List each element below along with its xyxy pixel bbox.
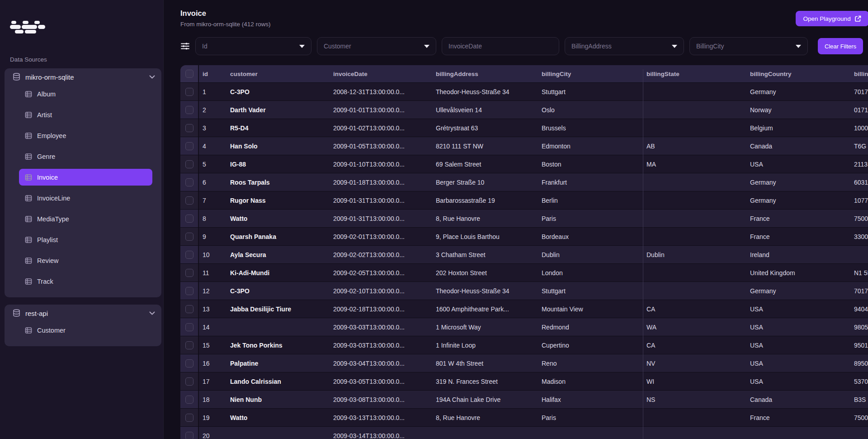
table-row[interactable]: 10Ayla Secura2009-02-02T13:00:00.0...3 C… — [180, 246, 868, 264]
table-row[interactable]: 9Quarsh Panaka2009-02-01T13:00:00.0...9,… — [180, 228, 868, 246]
table-row[interactable]: 6Roos Tarpals2009-01-18T13:00:00.0...Ber… — [180, 173, 868, 191]
table-row[interactable]: 11Ki-Adi-Mundi2009-02-05T13:00:00.0...20… — [180, 264, 868, 282]
row-checkbox-cell — [180, 155, 199, 173]
table-icon — [25, 236, 32, 243]
table-icon — [25, 257, 32, 264]
cell-invoicedate: 2009-02-02T13:00:00.0... — [330, 246, 432, 263]
row-checkbox-cell — [180, 372, 199, 390]
column-header-billingaddress[interactable]: billingAddress — [432, 65, 538, 82]
cell-id: 5 — [199, 155, 226, 173]
cell-billingstate — [643, 264, 746, 282]
cell-billingcountry: USA — [746, 354, 850, 372]
header-actions: Open PlaygroundExport to CSVCreate New I… — [796, 11, 868, 26]
row-checkbox[interactable] — [185, 142, 193, 150]
sidebar-item-playlist[interactable]: Playlist — [19, 231, 152, 248]
filter-id-dropdown[interactable]: Id — [195, 37, 311, 55]
row-checkbox[interactable] — [185, 178, 193, 186]
cell-billingpostalcode: 53703 — [850, 372, 868, 390]
table-row[interactable]: 17Lando Calrissian2009-03-05T13:00:00.0.… — [180, 372, 868, 391]
sidebar-item-track[interactable]: Track — [19, 273, 152, 290]
cell-invoicedate: 2009-03-05T13:00:00.0... — [330, 372, 432, 390]
cell-billingaddress: Grétrystraat 63 — [432, 119, 538, 137]
filter-billingcity-dropdown[interactable]: BillingCity — [689, 37, 808, 55]
column-header-billingcountry[interactable]: billingCountry — [746, 65, 850, 82]
cell-billingcity: Paris — [538, 409, 643, 426]
table-row[interactable]: 5IG-882009-01-10T13:00:00.0...69 Salem S… — [180, 155, 868, 173]
row-checkbox[interactable] — [185, 341, 193, 349]
column-header-billingpostalcode[interactable]: billingPostalCode — [850, 65, 868, 82]
filter-customer-dropdown[interactable]: Customer — [317, 37, 436, 55]
filter-invoicedate-field[interactable] — [448, 43, 552, 50]
chevron-down-icon[interactable] — [149, 75, 155, 79]
column-header-id[interactable]: id — [199, 65, 226, 82]
app-logo — [10, 16, 46, 34]
sidebar-item-mediatype[interactable]: MediaType — [19, 210, 152, 227]
table-row[interactable]: 1C-3PO2008-12-31T13:00:00.0...Theodor-He… — [180, 83, 868, 101]
row-checkbox[interactable] — [185, 196, 193, 205]
filter-billingaddress-dropdown[interactable]: BillingAddress — [565, 37, 684, 55]
cell-billingcountry: Canada — [746, 391, 850, 408]
open-playground-button[interactable]: Open Playground — [796, 11, 868, 26]
table-row[interactable]: 4Han Solo2009-01-05T13:00:00.0...8210 11… — [180, 137, 868, 155]
row-checkbox[interactable] — [185, 323, 193, 331]
row-checkbox[interactable] — [185, 287, 193, 295]
cell-invoicedate: 2009-02-05T13:00:00.0... — [330, 264, 432, 282]
table-row[interactable]: 15Jek Tono Porkins2009-03-03T13:00:00.0.… — [180, 336, 868, 354]
row-checkbox[interactable] — [185, 269, 193, 277]
sidebar-item-invoice[interactable]: Invoice — [19, 169, 152, 186]
row-checkbox[interactable] — [185, 377, 193, 386]
table-row[interactable]: 2Darth Vader2009-01-01T13:00:00.0...Ulle… — [180, 101, 868, 119]
sidebar-item-genre[interactable]: Genre — [19, 148, 152, 165]
cell-billingcity: Bordeaux — [538, 228, 643, 245]
row-checkbox[interactable] — [185, 305, 193, 313]
sidebar-item-employee[interactable]: Employee — [19, 127, 152, 144]
row-checkbox[interactable] — [185, 160, 193, 168]
cell-billingcountry: Germany — [746, 173, 850, 191]
row-checkbox[interactable] — [185, 233, 193, 241]
column-header-invoicedate[interactable]: invoiceDate — [330, 65, 432, 82]
table-row[interactable]: 12C-3PO2009-02-10T13:00:00.0...Theodor-H… — [180, 282, 868, 300]
cell-customer: Ki-Adi-Mundi — [226, 264, 330, 282]
table-row[interactable]: 3R5-D42009-01-02T13:00:00.0...Grétrystra… — [180, 119, 868, 137]
row-checkbox[interactable] — [185, 414, 193, 422]
cell-id: 4 — [199, 137, 226, 155]
cell-id: 8 — [199, 210, 226, 227]
table-row[interactable]: 202009-03-14T13:00:00.0... — [180, 427, 868, 439]
sidebar-item-review[interactable]: Review — [19, 252, 152, 269]
data-source-group-header[interactable]: rest-api — [5, 305, 161, 322]
row-checkbox-cell — [180, 300, 199, 318]
sidebar-item-album[interactable]: Album — [19, 86, 152, 102]
row-checkbox[interactable] — [185, 251, 193, 259]
row-checkbox[interactable] — [185, 88, 193, 96]
chevron-down-icon[interactable] — [149, 311, 155, 315]
row-checkbox[interactable] — [185, 215, 193, 223]
row-checkbox[interactable] — [185, 396, 193, 404]
table-row[interactable]: 16Palpatine2009-03-04T13:00:00.0...801 W… — [180, 354, 868, 372]
row-checkbox[interactable] — [185, 432, 193, 439]
cell-billingpostalcode: 98052-8300 — [850, 318, 868, 336]
table-row[interactable]: 13Jabba Desilijic Tiure2009-02-18T13:00:… — [180, 300, 868, 318]
cell-billingaddress: Ullevålsveien 14 — [432, 101, 538, 119]
filter-sliders-icon[interactable] — [180, 42, 190, 51]
sidebar-item-artist[interactable]: Artist — [19, 106, 152, 123]
column-header-billingstate[interactable]: billingState — [643, 65, 746, 82]
row-checkbox[interactable] — [185, 106, 193, 114]
table-row[interactable]: 7Rugor Nass2009-01-31T13:00:00.0...Barba… — [180, 191, 868, 210]
select-all-checkbox[interactable] — [185, 70, 193, 78]
clear-filters-button[interactable]: Clear Filters — [818, 38, 863, 54]
cell-customer: Han Solo — [226, 137, 330, 155]
sidebar-item-invoiceline[interactable]: InvoiceLine — [19, 190, 152, 206]
sidebar-item-customer[interactable]: Customer — [19, 322, 152, 339]
table-row[interactable]: 8Watto2009-01-31T13:00:00.0...8, Rue Han… — [180, 210, 868, 228]
column-header-customer[interactable]: customer — [226, 65, 330, 82]
row-checkbox[interactable] — [185, 124, 193, 132]
table-row[interactable]: 142009-03-03T13:00:00.0...1 Microsoft Wa… — [180, 318, 868, 336]
table-row[interactable]: 18Nien Nunb2009-03-08T13:00:00.0...194A … — [180, 391, 868, 409]
cell-billingpostalcode: 75002 — [850, 409, 868, 426]
row-checkbox[interactable] — [185, 359, 193, 367]
cell-id: 6 — [199, 173, 226, 191]
table-row[interactable]: 19Watto2009-03-13T13:00:00.0...8, Rue Ha… — [180, 409, 868, 427]
data-source-group-header[interactable]: mikro-orm-sqlite — [5, 68, 161, 86]
column-header-billingcity[interactable]: billingCity — [538, 65, 643, 82]
filter-invoicedate-input[interactable] — [442, 37, 559, 55]
